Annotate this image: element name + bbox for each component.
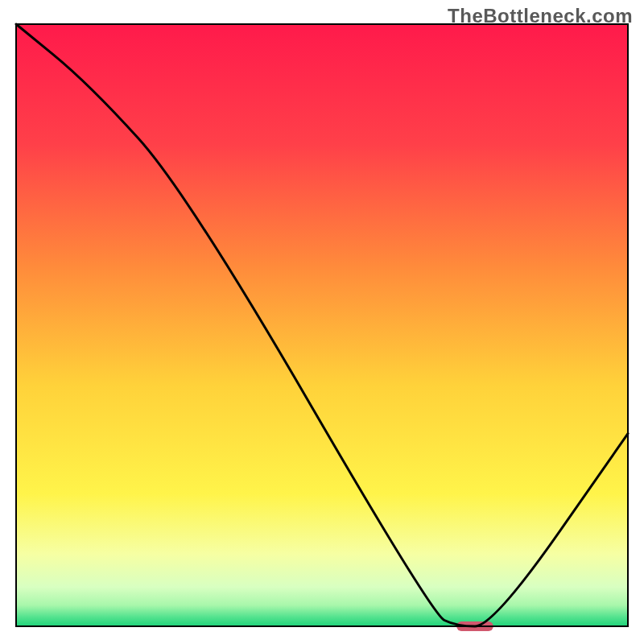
gradient-background — [16, 24, 628, 626]
chart-stage: TheBottleneck.com — [0, 0, 644, 644]
bottleneck-chart — [0, 0, 644, 644]
